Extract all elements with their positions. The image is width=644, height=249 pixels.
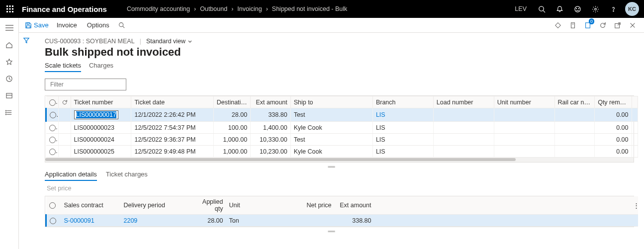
cell-ticket-number: LIS000000017 xyxy=(71,108,131,122)
select-all[interactable] xyxy=(46,96,59,108)
filter-input[interactable] xyxy=(50,81,125,88)
tab-charges[interactable]: Charges xyxy=(89,62,113,72)
cell-branch: LIS xyxy=(372,122,433,134)
svg-rect-3 xyxy=(6,8,8,10)
cell-ticket-date: 12/5/2022 9:36:37 PM xyxy=(131,134,213,146)
col-qty-remaining[interactable]: Qty remainin xyxy=(595,96,632,108)
breadcrumb-item[interactable]: Invoicing xyxy=(237,5,262,12)
workspace-icon[interactable] xyxy=(0,88,19,102)
col-load-number[interactable]: Load number xyxy=(433,96,494,108)
close-icon[interactable] xyxy=(625,18,640,32)
clock-icon[interactable] xyxy=(0,72,19,85)
splitter-icon[interactable]: ══ xyxy=(327,166,337,167)
svg-rect-8 xyxy=(12,11,13,12)
save-button[interactable]: Save xyxy=(22,21,52,29)
tab-application-details[interactable]: Application details xyxy=(45,170,97,181)
col-detail-ext-amount[interactable]: Ext amount xyxy=(335,196,374,215)
filter-icon[interactable] xyxy=(23,37,30,44)
context-line: CUS-000093 : SOYBEAN MEAL | Standard vie… xyxy=(45,38,634,45)
chevron-right-icon: › xyxy=(266,5,268,12)
svg-rect-20 xyxy=(6,93,12,97)
cell-unit: Ton xyxy=(226,215,280,227)
cell-unit xyxy=(494,134,554,146)
svg-point-14 xyxy=(594,8,596,10)
col-ship-to[interactable]: Ship to xyxy=(290,96,372,108)
tab-scale-tickets[interactable]: Scale tickets xyxy=(45,62,81,72)
cell-qty: 0.00 xyxy=(595,122,632,134)
search-icon[interactable] xyxy=(533,0,551,18)
detail-tabs: Application details Ticket charges xyxy=(45,170,634,181)
col-applied-qty[interactable]: Applied qty xyxy=(190,196,226,215)
col-destination[interactable]: Destination gr... xyxy=(213,96,250,108)
grid-horizontal-scrollbar[interactable] xyxy=(45,158,634,163)
col-sales-contract[interactable]: Sales contract xyxy=(61,196,121,215)
details-more-icon[interactable]: ⋮ xyxy=(630,196,638,215)
refresh-column-icon[interactable] xyxy=(58,96,71,108)
attachment-icon[interactable] xyxy=(565,18,580,32)
set-price-button[interactable]: Set price xyxy=(47,185,634,192)
tab-ticket-charges[interactable]: Ticket charges xyxy=(106,170,148,181)
breadcrumb-item[interactable]: Outbound xyxy=(200,5,227,12)
star-icon[interactable] xyxy=(0,55,19,69)
svg-rect-32 xyxy=(571,22,575,28)
grid-header-row: Ticket number Ticket date Destination gr… xyxy=(46,96,638,108)
col-net-price[interactable]: Net price xyxy=(280,196,335,215)
cell-load xyxy=(433,122,494,134)
cell-unit xyxy=(494,146,554,158)
col-unit[interactable]: Unit xyxy=(226,196,280,215)
svg-point-11 xyxy=(574,6,580,11)
table-row[interactable]: LIS000000024 12/5/2022 9:36:37 PM 1,000.… xyxy=(46,134,638,146)
cell-destination: 1,000.00 xyxy=(213,134,250,146)
col-rail-car-number[interactable]: Rail car number xyxy=(554,96,595,108)
popout-icon[interactable] xyxy=(610,18,625,32)
cell-applied: 28.00 xyxy=(190,215,226,227)
chevron-right-icon: › xyxy=(231,5,233,12)
view-selector[interactable]: Standard view xyxy=(146,38,192,45)
modules-icon[interactable] xyxy=(0,105,19,119)
col-ticket-number[interactable]: Ticket number xyxy=(71,96,131,108)
cell-ship-to: Kyle Cook xyxy=(290,146,372,158)
cell-branch: LIS xyxy=(372,134,433,146)
action-options[interactable]: Options xyxy=(82,21,114,29)
action-invoice[interactable]: Invoice xyxy=(52,21,82,29)
bell-icon[interactable] xyxy=(551,0,568,18)
svg-line-31 xyxy=(123,26,124,28)
search-action-icon[interactable] xyxy=(114,22,129,28)
details-select-all[interactable] xyxy=(46,196,61,215)
col-branch[interactable]: Branch xyxy=(372,96,433,108)
col-ticket-date[interactable]: Ticket date xyxy=(131,96,213,108)
cell-ticket-date: 12/5/2022 9:49:48 PM xyxy=(131,146,213,158)
filter-box[interactable] xyxy=(45,79,126,90)
table-row[interactable]: LIS000000017 12/1/2022 2:26:42 PM 28.00 … xyxy=(46,108,638,122)
cell-net xyxy=(280,215,335,227)
splitter-icon[interactable]: ══ xyxy=(327,230,337,232)
hamburger-icon[interactable] xyxy=(0,21,19,35)
cell-qty: 0.00 xyxy=(595,146,632,158)
waffle-icon[interactable] xyxy=(0,0,20,18)
table-row[interactable]: S-0000091 2209 28.00 Ton 338.80 xyxy=(46,215,639,227)
avatar[interactable]: KC xyxy=(625,2,639,16)
col-unit-number[interactable]: Unit number xyxy=(494,96,554,108)
diamond-icon[interactable] xyxy=(551,18,565,32)
messages-icon[interactable]: 0 xyxy=(580,18,595,32)
cell-ship-to: Test xyxy=(290,134,372,146)
gear-icon[interactable] xyxy=(586,0,604,18)
col-delivery-period[interactable]: Delivery period xyxy=(121,196,190,215)
cell-ext-amount: 10,330.00 xyxy=(251,134,291,146)
col-ext-amount[interactable]: Ext amount xyxy=(251,96,291,108)
breadcrumb-item[interactable]: Commodity accounting xyxy=(127,5,190,12)
breadcrumb-item[interactable]: Shipped not invoiced - Bulk xyxy=(272,5,347,12)
help-icon[interactable] xyxy=(604,0,622,18)
cell-destination: 1,000.00 xyxy=(213,146,250,158)
table-row[interactable]: LIS000000023 12/5/2022 7:54:37 PM 100.00… xyxy=(46,122,638,134)
col-more-icon[interactable]: ⋮ xyxy=(632,96,638,108)
table-row[interactable]: LIS000000025 12/5/2022 9:49:48 PM 1,000.… xyxy=(46,146,638,158)
breadcrumb: Commodity accounting › Outbound › Invoic… xyxy=(127,5,347,12)
home-icon[interactable] xyxy=(0,38,19,52)
top-bar: Finance and Operations Commodity account… xyxy=(0,0,644,18)
save-label: Save xyxy=(34,21,49,29)
cell-ticket-date: 12/5/2022 7:54:37 PM xyxy=(131,122,213,134)
smile-icon[interactable] xyxy=(568,0,586,18)
refresh-icon[interactable] xyxy=(595,18,610,32)
cell-rail xyxy=(554,108,595,122)
